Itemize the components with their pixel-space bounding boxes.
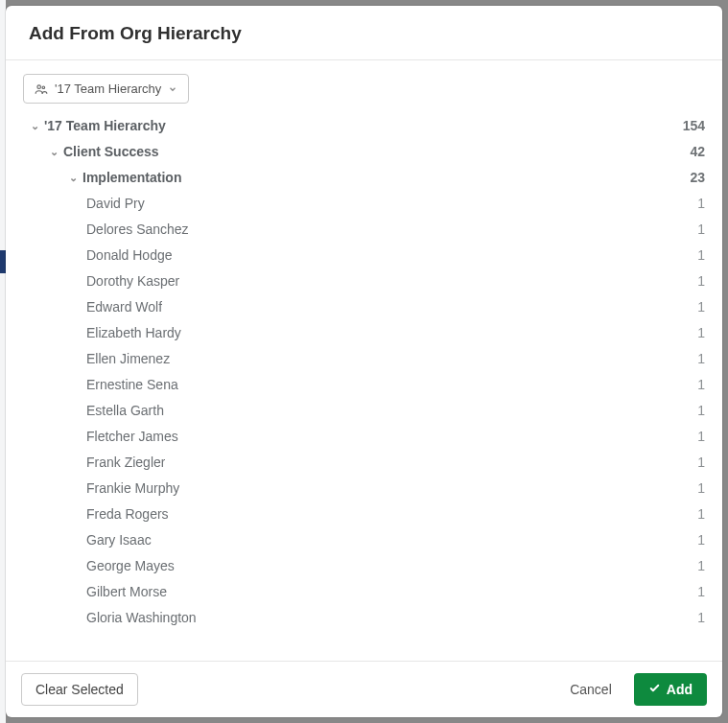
tree-node-label: Ellen Jimenez xyxy=(86,346,170,372)
chevron-down-icon: ⌄ xyxy=(48,139,59,165)
tree-node-client-success[interactable]: ⌄ Client Success 42 xyxy=(23,139,705,165)
add-button[interactable]: Add xyxy=(634,673,707,706)
tree-node-count: 42 xyxy=(690,139,705,165)
tree-node-count: 1 xyxy=(697,346,705,372)
tree-node-label: Freda Rogers xyxy=(86,501,169,527)
tree-node-person[interactable]: Ellen Jimenez1 xyxy=(23,346,705,372)
clear-selected-button[interactable]: Clear Selected xyxy=(21,673,138,706)
tree-node-person[interactable]: David Pry1 xyxy=(23,191,705,217)
tree-node-count: 1 xyxy=(697,450,705,476)
tree-node-count: 1 xyxy=(697,579,705,605)
tree-node-label: Client Success xyxy=(63,139,159,165)
org-tree: ⌄ '17 Team Hierarchy 154 ⌄ Client Succes… xyxy=(6,113,722,661)
tree-node-label: George Mayes xyxy=(86,553,175,579)
tree-node-person[interactable]: Fletcher James1 xyxy=(23,424,705,450)
tree-node-count: 1 xyxy=(697,398,705,424)
controls-row: '17 Team Hierarchy xyxy=(6,60,722,113)
tree-node-count: 1 xyxy=(697,372,705,398)
tree-node-label: Estella Garth xyxy=(86,398,164,424)
hierarchy-dropdown-label: '17 Team Hierarchy xyxy=(55,82,161,96)
tree-node-label: Delores Sanchez xyxy=(86,217,189,243)
tree-node-person[interactable]: Frankie Murphy1 xyxy=(23,476,705,501)
tree-node-person[interactable]: Elizabeth Hardy1 xyxy=(23,320,705,346)
tree-node-label: Gloria Washington xyxy=(86,605,197,631)
modal-footer: Clear Selected Cancel Add xyxy=(6,661,722,717)
modal-title: Add From Org Hierarchy xyxy=(29,23,699,44)
svg-point-1 xyxy=(42,85,45,88)
tree-node-label: Donald Hodge xyxy=(86,243,173,268)
tree-node-label: Frank Ziegler xyxy=(86,450,165,476)
tree-node-count: 1 xyxy=(697,294,705,320)
tree-node-count: 23 xyxy=(690,165,705,191)
tree-node-label: Frankie Murphy xyxy=(86,476,179,501)
tree-node-label: Gilbert Morse xyxy=(86,579,167,605)
tree-node-implementation[interactable]: ⌄ Implementation 23 xyxy=(23,165,705,191)
tree-node-person[interactable]: Gilbert Morse1 xyxy=(23,579,705,605)
tree-node-count: 154 xyxy=(683,113,705,139)
tree-node-count: 1 xyxy=(697,424,705,450)
tree-node-label: Edward Wolf xyxy=(86,294,162,320)
tree-node-count: 1 xyxy=(697,191,705,217)
tree-node-person[interactable]: Ernestine Sena1 xyxy=(23,372,705,398)
check-icon xyxy=(648,682,661,697)
tree-node-person[interactable]: George Mayes1 xyxy=(23,553,705,579)
chevron-down-icon: ⌄ xyxy=(29,113,40,139)
tree-node-count: 1 xyxy=(697,320,705,346)
tree-node-count: 1 xyxy=(697,268,705,294)
chevron-down-icon xyxy=(168,84,177,94)
tree-node-count: 1 xyxy=(697,217,705,243)
tree-node-person[interactable]: Delores Sanchez1 xyxy=(23,217,705,243)
tree-node-label: Implementation xyxy=(82,165,181,191)
tree-node-label: Gary Isaac xyxy=(86,527,152,553)
tree-node-person[interactable]: Freda Rogers1 xyxy=(23,501,705,527)
tree-node-label: Elizabeth Hardy xyxy=(86,320,181,346)
tree-node-count: 1 xyxy=(697,243,705,268)
modal-header: Add From Org Hierarchy xyxy=(6,6,722,60)
tree-node-label: '17 Team Hierarchy xyxy=(44,113,166,139)
svg-point-0 xyxy=(37,84,41,88)
tree-node-count: 1 xyxy=(697,501,705,527)
cancel-button[interactable]: Cancel xyxy=(555,673,626,706)
tree-node-person[interactable]: Estella Garth1 xyxy=(23,398,705,424)
tree-node-person[interactable]: Gloria Washington1 xyxy=(23,605,705,631)
add-button-label: Add xyxy=(667,682,693,697)
tree-node-person[interactable]: Dorothy Kasper1 xyxy=(23,268,705,294)
chevron-down-icon: ⌄ xyxy=(67,165,79,191)
tree-node-person[interactable]: Edward Wolf1 xyxy=(23,294,705,320)
tree-node-count: 1 xyxy=(697,553,705,579)
add-from-org-hierarchy-modal: Add From Org Hierarchy '17 Team Hierarch… xyxy=(6,6,722,717)
people-group-icon xyxy=(35,82,48,96)
tree-node-label: David Pry xyxy=(86,191,145,217)
tree-node-count: 1 xyxy=(697,527,705,553)
hierarchy-dropdown[interactable]: '17 Team Hierarchy xyxy=(23,74,189,104)
tree-node-label: Fletcher James xyxy=(86,424,178,450)
tree-node-person[interactable]: Gary Isaac1 xyxy=(23,527,705,553)
tree-node-person[interactable]: Donald Hodge1 xyxy=(23,243,705,268)
tree-node-label: Dorothy Kasper xyxy=(86,268,179,294)
tree-node-label: Ernestine Sena xyxy=(86,372,178,398)
tree-node-count: 1 xyxy=(697,476,705,501)
tree-node-count: 1 xyxy=(697,605,705,631)
tree-node-root[interactable]: ⌄ '17 Team Hierarchy 154 xyxy=(23,113,705,139)
tree-node-person[interactable]: Frank Ziegler1 xyxy=(23,450,705,476)
